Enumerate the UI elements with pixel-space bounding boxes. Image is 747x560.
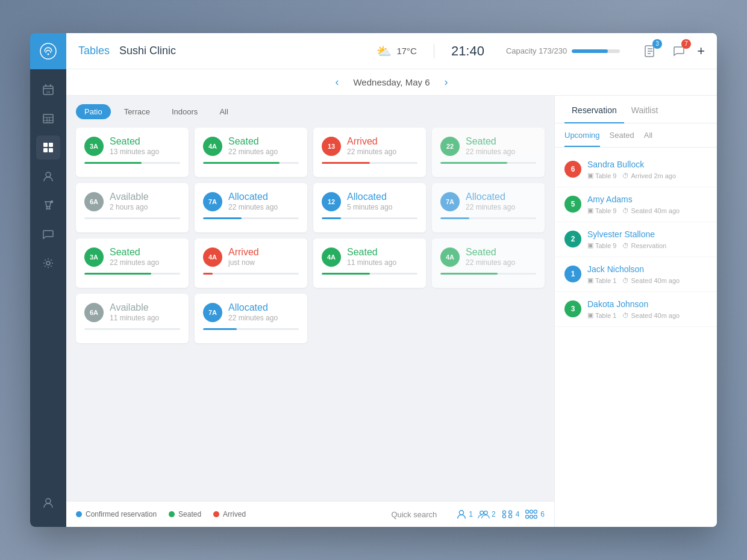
res-name: Sandra Bullock	[587, 160, 707, 169]
res-name: Sylvester Stallone	[587, 229, 707, 239]
table-badge: 12	[322, 192, 341, 211]
sub-tab-upcoming[interactable]: Upcoming	[564, 131, 600, 147]
table-time: 13 minutes ago	[110, 148, 159, 156]
res-time: ⏱ Seated 40m ago	[622, 311, 680, 319]
table-card[interactable]: 4A Seated 22 minutes ago	[195, 128, 307, 177]
res-time: ⏱ Reservation	[622, 241, 666, 249]
party-size-buttons: 1 2	[456, 509, 545, 520]
table-progress	[322, 217, 417, 219]
sidebar-item-bar[interactable]	[36, 193, 60, 217]
table-card[interactable]: 7A Allocated 22 minutes ago	[195, 294, 307, 343]
svg-point-14	[46, 499, 51, 503]
sub-tab-all[interactable]: All	[644, 131, 652, 147]
add-button[interactable]: +	[697, 43, 705, 59]
area-tab-all[interactable]: All	[211, 104, 236, 119]
res-table: ▣ Table 1	[587, 311, 616, 319]
res-badge: 5	[564, 196, 581, 213]
table-progress	[440, 162, 536, 164]
sidebar-item-guests[interactable]	[36, 164, 60, 188]
svg-rect-10	[49, 148, 53, 152]
table-status: Seated	[466, 136, 515, 147]
panel-tab-reservation[interactable]: Reservation	[564, 96, 624, 123]
svg-point-18	[484, 511, 487, 515]
party-4-label: 4	[516, 510, 520, 518]
reservation-item[interactable]: 2 Sylvester Stallone ▣ Table 9 ⏱ Re	[555, 222, 717, 257]
table-status: Seated	[110, 247, 159, 258]
legend-dot-green	[169, 511, 175, 517]
table-card[interactable]: 6A Available 11 minutes ago	[76, 294, 189, 343]
panel-tab-waitlist[interactable]: Waitlist	[624, 96, 666, 123]
notes-button[interactable]: 3	[639, 40, 661, 62]
table-card[interactable]: 13 Arrived 22 minutes ago	[313, 128, 426, 177]
table-progress	[84, 328, 180, 330]
weather-section: ⛅ 17°C	[377, 44, 417, 58]
table-badge: 4A	[203, 137, 222, 156]
table-badge: 7A	[203, 192, 222, 211]
table-status: Allocated	[228, 191, 278, 202]
sidebar-item-profile[interactable]	[36, 491, 60, 515]
party-6-label: 6	[540, 510, 545, 518]
table-card[interactable]: 7A Allocated 22 minutes ago	[195, 183, 307, 232]
table-card[interactable]: 12 Allocated 5 minutes ago	[313, 183, 426, 232]
sub-tab-seated[interactable]: Seated	[610, 131, 634, 147]
svg-point-19	[502, 511, 505, 514]
table-progress	[322, 162, 417, 164]
svg-point-11	[46, 172, 51, 177]
res-details: ▣ Table 1 ⏱ Seated 40m ago	[587, 311, 707, 319]
table-card[interactable]: 22 Seated 22 minutes ago	[432, 128, 545, 177]
reservation-item[interactable]: 5 Amy Adams ▣ Table 9 ⏱ Seated 40m	[555, 187, 717, 222]
sidebar-item-grid[interactable]	[36, 135, 60, 160]
clock-icon: ⏱	[622, 207, 629, 214]
prev-date-button[interactable]: ‹	[330, 73, 343, 91]
table-card[interactable]: 4A Seated 11 minutes ago	[313, 238, 426, 288]
table-time: 22 minutes ago	[228, 314, 278, 322]
table-card[interactable]: 3A Seated 22 minutes ago	[76, 238, 189, 288]
table-card[interactable]: 4A Arrived just now	[195, 238, 307, 288]
table-status: Seated	[110, 136, 159, 147]
table-card[interactable]: 3A Seated 13 minutes ago	[76, 128, 189, 177]
chat-button[interactable]: 7	[668, 40, 690, 62]
party-1-label: 1	[469, 510, 473, 518]
table-progress	[203, 273, 299, 275]
right-panel: Reservation Waitlist Upcoming Seated All…	[554, 96, 717, 527]
table-status: Seated	[228, 136, 278, 147]
area-tab-patio[interactable]: Patio	[76, 104, 111, 119]
svg-point-1	[48, 54, 49, 55]
sidebar-item-settings[interactable]	[36, 251, 60, 275]
party-2-button[interactable]: 2	[478, 509, 496, 520]
table-icon: ▣	[587, 276, 593, 284]
table-card[interactable]: 4A Seated 22 minutes ago	[432, 238, 545, 288]
sidebar-logo[interactable]	[30, 33, 66, 69]
table-card[interactable]: 7A Allocated 22 minutes ago	[432, 183, 545, 232]
table-progress	[203, 328, 299, 330]
table-time: 11 minutes ago	[347, 258, 396, 267]
sidebar-item-chat[interactable]	[36, 222, 60, 246]
table-status: Allocated	[466, 191, 515, 202]
res-name: Jack Nicholson	[587, 264, 707, 274]
party-6-button[interactable]: 6	[524, 509, 545, 520]
party-4-button[interactable]: 4	[501, 509, 520, 520]
next-date-button[interactable]: ›	[440, 73, 453, 91]
area-tab-terrace[interactable]: Terrace	[116, 104, 158, 119]
nav-title: Tables	[78, 45, 110, 57]
area-tab-indoors[interactable]: Indoors	[163, 104, 206, 119]
svg-point-21	[502, 515, 505, 518]
tables-footer: Confirmed reservation Seated Arrived Qui…	[66, 501, 554, 527]
table-badge: 6A	[84, 303, 104, 322]
weather-icon: ⛅	[377, 44, 392, 58]
sidebar-item-calendar[interactable]: 29	[36, 78, 60, 102]
current-date: Wednesday, May 6	[353, 77, 430, 87]
res-time: ⏱ Seated 40m ago	[622, 276, 680, 284]
reservation-item[interactable]: 3 Dakota Johnson ▣ Table 1 ⏱ Seated	[555, 292, 717, 327]
svg-rect-7	[43, 143, 48, 147]
legend-dot-red	[213, 511, 219, 517]
table-card[interactable]: 6A Available 2 hours ago	[76, 183, 189, 232]
header: Tables Sushi Clinic ⛅ 17°C 21:40 Capacit…	[66, 33, 717, 69]
tables-section: Patio Terrace Indoors All 3A Seated 13 m…	[66, 96, 554, 527]
reservation-item[interactable]: 1 Jack Nicholson ▣ Table 1 ⏱ Seated	[555, 257, 717, 292]
reservation-item[interactable]: 6 Sandra Bullock ▣ Table 9 ⏱ Arrive	[555, 152, 717, 187]
party-1-button[interactable]: 1	[456, 509, 473, 520]
svg-rect-6	[43, 114, 53, 123]
sidebar-item-tables[interactable]	[36, 107, 60, 131]
res-badge: 1	[564, 266, 581, 282]
